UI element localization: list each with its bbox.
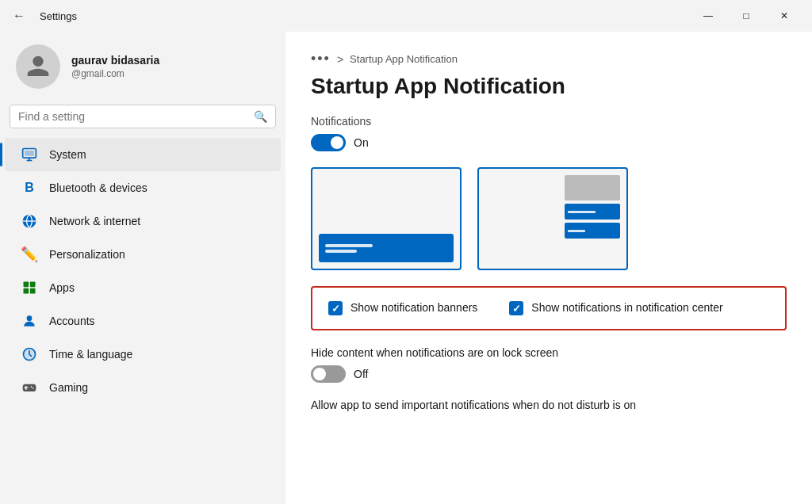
dnd-setting: Allow app to send important notification…	[311, 399, 787, 411]
nsb-item-1	[565, 204, 620, 220]
sidebar-item-network[interactable]: Network & internet	[5, 204, 281, 238]
nsb-line-2	[568, 230, 585, 232]
bluetooth-icon: B	[21, 179, 38, 197]
checkmark-banners: ✓	[331, 304, 340, 314]
lock-screen-setting: Hide content when notifications are on l…	[311, 346, 787, 383]
checkbox-section: ✓ Show notification banners ✓ Show notif…	[311, 286, 787, 330]
svg-rect-6	[30, 282, 36, 288]
user-email: @gmail.com	[71, 68, 159, 79]
svg-rect-7	[24, 288, 29, 294]
notifications-label: Notifications	[311, 115, 787, 128]
app-body: gaurav bidasaria @gmail.com 🔍 S	[0, 32, 812, 504]
svg-rect-5	[24, 282, 29, 288]
maximize-button[interactable]: □	[728, 3, 764, 29]
title-bar: ← Settings — □ ✕	[0, 0, 812, 32]
sidebar-label-bluetooth: Bluetooth & devices	[49, 181, 147, 194]
system-icon	[21, 146, 38, 163]
user-section: gaurav bidasaria @gmail.com	[0, 32, 285, 105]
svg-point-9	[27, 315, 33, 321]
checkmark-center: ✓	[512, 304, 521, 314]
search-box[interactable]: 🔍	[10, 105, 276, 128]
lock-screen-title: Hide content when notifications are on l…	[311, 346, 787, 359]
sidebar-label-network: Network & internet	[49, 215, 140, 227]
lock-screen-toggle-row: Off	[311, 365, 787, 383]
sidebar-item-personalization[interactable]: ✏️ Personalization	[5, 238, 281, 271]
svg-point-16	[33, 388, 34, 389]
sidebar-item-system[interactable]: System	[5, 138, 281, 171]
sidebar-label-time: Time & language	[49, 348, 132, 361]
preview-card-center	[477, 167, 628, 270]
breadcrumb-arrow: >	[337, 53, 343, 66]
close-button[interactable]: ✕	[766, 3, 802, 29]
lock-screen-thumb	[313, 368, 326, 380]
user-name: gaurav bidasaria	[71, 54, 159, 67]
sidebar-label-gaming: Gaming	[49, 381, 88, 394]
sidebar-item-bluetooth[interactable]: B Bluetooth & devices	[5, 171, 281, 204]
breadcrumb-title: Startup App Notification	[350, 53, 458, 65]
sidebar: gaurav bidasaria @gmail.com 🔍 S	[0, 32, 285, 504]
breadcrumb: ••• > Startup App Notification	[311, 51, 787, 67]
nsb-line-1	[568, 211, 596, 213]
lock-screen-toggle[interactable]	[311, 365, 346, 383]
checkbox-label-center: Show notifications in notification cente…	[531, 300, 722, 316]
notification-center-preview	[565, 175, 620, 262]
accounts-icon	[21, 312, 38, 330]
apps-icon	[21, 279, 38, 296]
gaming-icon	[21, 379, 38, 396]
breadcrumb-dots[interactable]: •••	[311, 51, 331, 67]
svg-point-15	[31, 386, 33, 388]
sidebar-item-apps[interactable]: Apps	[5, 271, 281, 304]
checkbox-banners[interactable]: ✓	[328, 301, 343, 315]
sidebar-label-apps: Apps	[49, 281, 75, 294]
window-controls: — □ ✕	[690, 3, 802, 29]
sidebar-item-time[interactable]: Time & language	[5, 338, 281, 371]
svg-rect-1	[25, 151, 34, 156]
nsb-item-2	[565, 223, 620, 239]
preview-cards	[311, 167, 787, 270]
search-icon: 🔍	[254, 110, 267, 123]
network-icon	[21, 212, 38, 230]
personalization-icon: ✏️	[21, 246, 38, 263]
sidebar-label-personalization: Personalization	[49, 248, 125, 261]
sidebar-item-accounts[interactable]: Accounts	[5, 304, 281, 338]
nsb-top-area	[565, 175, 620, 200]
lock-screen-toggle-label: Off	[354, 368, 368, 380]
sidebar-label-accounts: Accounts	[49, 315, 95, 327]
sidebar-item-gaming[interactable]: Gaming	[5, 371, 281, 404]
notifications-toggle[interactable]	[311, 134, 346, 151]
app-title: Settings	[40, 10, 77, 22]
toggle-thumb	[331, 136, 343, 149]
banner-preview	[319, 234, 454, 262]
dnd-title: Allow app to send important notification…	[311, 399, 787, 411]
main-content: ••• > Startup App Notification Startup A…	[285, 32, 812, 504]
time-icon	[21, 346, 38, 363]
notifications-toggle-row: On	[311, 134, 787, 151]
banner-line-1	[325, 244, 373, 247]
user-info: gaurav bidasaria @gmail.com	[71, 54, 159, 79]
checkbox-label-banners: Show notification banners	[350, 300, 477, 316]
page-title: Startup App Notification	[311, 74, 787, 99]
banner-lines	[325, 244, 373, 253]
sidebar-label-system: System	[49, 148, 86, 161]
svg-rect-8	[30, 288, 36, 294]
minimize-button[interactable]: —	[690, 3, 726, 29]
checkbox-item-banners: ✓ Show notification banners	[328, 300, 477, 316]
checkbox-item-center: ✓ Show notifications in notification cen…	[509, 300, 722, 316]
banner-line-2	[325, 250, 357, 253]
search-input[interactable]	[18, 110, 247, 123]
back-button[interactable]: ←	[6, 6, 32, 26]
preview-card-banner	[311, 167, 462, 270]
notifications-toggle-label: On	[354, 136, 369, 149]
checkbox-center[interactable]: ✓	[509, 301, 523, 315]
nav-items: System B Bluetooth & devices Network & i…	[0, 138, 285, 404]
avatar	[16, 44, 60, 89]
